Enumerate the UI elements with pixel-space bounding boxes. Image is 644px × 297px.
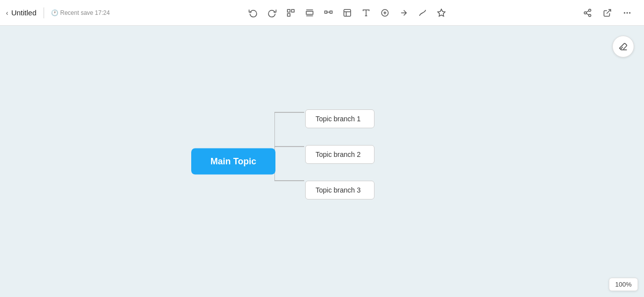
svg-rect-6 [324,11,327,13]
tool-text-button[interactable] [357,4,375,22]
header: ‹ Untitled 🕐 Recent save 17:24 [0,0,644,26]
toolbar [116,4,579,22]
tool-distribute-button[interactable] [301,4,319,22]
save-status: 🕐 Recent save 17:24 [51,9,110,16]
svg-line-23 [607,9,611,13]
tool-add-button[interactable] [376,4,394,22]
svg-line-21 [586,13,589,15]
tool-connect-button[interactable] [395,4,413,22]
svg-rect-3 [306,11,313,14]
divider [44,7,44,18]
branch-node-2[interactable]: Topic branch 2 [305,145,375,164]
svg-point-26 [624,12,625,13]
svg-rect-2 [287,13,290,16]
svg-rect-0 [287,9,290,12]
svg-point-20 [589,14,591,17]
tool-group-button[interactable] [320,4,337,22]
svg-point-19 [584,11,587,14]
back-area: ‹ Untitled 🕐 Recent save 17:24 [0,0,116,25]
tool-curve-button[interactable] [414,4,431,22]
share-button[interactable] [579,4,596,22]
redo-button[interactable] [263,4,281,22]
tool-layout-button[interactable] [338,4,356,22]
clock-icon: 🕐 [51,9,58,16]
svg-rect-9 [344,9,351,16]
svg-point-18 [589,9,591,11]
branch-node-3[interactable]: Topic branch 3 [305,181,375,199]
back-chevron-icon[interactable]: ‹ [6,9,8,17]
eraser-button[interactable] [612,36,634,57]
more-button[interactable] [618,4,636,22]
svg-rect-1 [291,9,294,12]
zoom-indicator: 100% [609,278,638,291]
tool-star-button[interactable] [432,4,450,22]
canvas[interactable]: Main Topic Topic branch 1 Topic branch 2… [0,26,644,297]
svg-point-25 [630,12,631,13]
svg-marker-17 [437,9,445,16]
mindmap: Main Topic Topic branch 1 Topic branch 2… [191,109,389,213]
export-button[interactable] [598,4,616,22]
save-status-text: Recent save 17:24 [60,9,110,16]
right-actions [579,4,644,22]
svg-point-24 [627,12,628,13]
svg-line-22 [586,10,589,12]
undo-button[interactable] [244,4,262,22]
main-topic-node[interactable]: Main Topic [191,148,275,175]
branch-node-1[interactable]: Topic branch 1 [305,109,375,128]
document-title[interactable]: Untitled [11,8,37,17]
zoom-value: 100% [615,281,632,288]
svg-rect-7 [330,11,332,13]
tool-align-button[interactable] [282,4,300,22]
